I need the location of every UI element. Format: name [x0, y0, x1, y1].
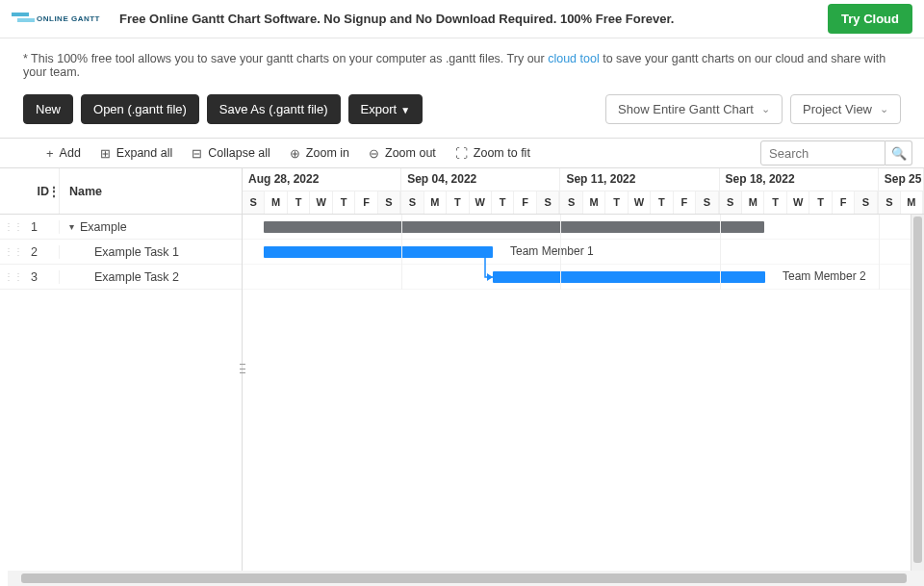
day-header-cell: T — [288, 191, 310, 214]
col-header-name[interactable]: Name — [60, 168, 242, 214]
gantt-row[interactable] — [243, 215, 924, 240]
kebab-icon[interactable]: ⋮ — [47, 184, 61, 199]
week-label: Sep 04, 2022 — [401, 168, 559, 191]
open-button[interactable]: Open (.gantt file) — [81, 94, 199, 124]
day-header-cell: S — [243, 191, 265, 214]
task-row[interactable]: ⋮⋮1▾Example — [0, 215, 242, 240]
gantt-body[interactable]: Team Member 1Team Member 2 — [243, 215, 924, 290]
collapse-all-label: Collapse all — [208, 146, 270, 160]
zoom-out-icon: ⊖ — [369, 146, 379, 161]
day-header-cell: T — [492, 191, 514, 214]
logo[interactable]: ONLINE GANTT — [12, 11, 100, 28]
info-text: * This 100% free tool allows you to save… — [0, 38, 924, 85]
export-label: Export — [361, 102, 398, 116]
scrollbar-thumb[interactable] — [21, 573, 907, 583]
project-view-select[interactable]: Project View⌄ — [790, 94, 901, 124]
try-cloud-button[interactable]: Try Cloud — [828, 4, 912, 34]
row-name[interactable]: ▾Example — [60, 220, 242, 234]
week-column: Sep 11, 2022SMTWTFS — [560, 168, 719, 214]
new-button[interactable]: New — [23, 94, 73, 124]
day-header-cell: M — [265, 191, 287, 214]
task-name-label: Example Task 2 — [94, 270, 179, 284]
collapse-icon: ⊟ — [192, 146, 202, 161]
day-header-cell: F — [833, 191, 855, 214]
day-header-cell: T — [809, 191, 832, 214]
gantt-row[interactable]: Team Member 2 — [243, 265, 924, 290]
task-bar[interactable] — [493, 271, 765, 283]
task-bar[interactable] — [264, 246, 493, 258]
scrollbar-thumb[interactable] — [913, 217, 922, 563]
zoom-in-icon: ⊕ — [290, 146, 300, 161]
day-header-cell: W — [787, 191, 809, 214]
show-entire-gantt-select[interactable]: Show Entire Gantt Chart⌄ — [605, 94, 783, 124]
day-header-cell: S — [720, 191, 742, 214]
task-row[interactable]: ⋮⋮2Example Task 1 — [0, 240, 242, 265]
project-view-label: Project View — [803, 102, 872, 116]
zoom-to-fit-label: Zoom to fit — [474, 146, 530, 160]
row-name[interactable]: Example Task 2 — [60, 270, 242, 284]
day-header-cell: T — [651, 191, 673, 214]
toolbar: +Add ⊞Expand all ⊟Collapse all ⊕Zoom in … — [0, 138, 924, 168]
col-header-id[interactable]: ID ⋮ — [0, 168, 60, 214]
task-row[interactable]: ⋮⋮3Example Task 2 — [0, 265, 242, 290]
task-bar-label: Team Member 1 — [510, 244, 594, 258]
day-header-cell: F — [355, 191, 377, 214]
cloud-tool-link[interactable]: cloud tool — [548, 52, 600, 65]
zoom-to-fit-button[interactable]: ⛶Zoom to fit — [446, 139, 540, 167]
main-split: ID ⋮ Name ⋮⋮1▾Example⋮⋮2Example Task 1⋮⋮… — [0, 168, 924, 586]
day-header-cell: W — [629, 191, 651, 214]
zoom-out-label: Zoom out — [385, 146, 436, 160]
week-column: Sep 18, 2022SMTWTFS — [720, 168, 879, 214]
vertical-scrollbar[interactable]: ▾ — [911, 215, 924, 586]
tree-header: ID ⋮ Name — [0, 168, 242, 215]
zoom-in-button[interactable]: ⊕Zoom in — [280, 139, 359, 167]
day-header-cell: W — [310, 191, 332, 214]
expand-icon: ⊞ — [100, 146, 111, 161]
task-name-label: Example Task 1 — [94, 245, 179, 259]
export-button[interactable]: Export▼ — [348, 94, 423, 124]
day-header-cell: M — [742, 191, 764, 214]
drag-handle-icon[interactable]: ⋮⋮ — [0, 221, 27, 232]
search-button[interactable]: 🔍 — [886, 140, 912, 166]
task-bar-label: Team Member 2 — [783, 269, 866, 283]
day-header-cell: S — [537, 191, 559, 214]
expand-all-button[interactable]: ⊞Expand all — [90, 139, 182, 167]
search-box[interactable] — [760, 140, 886, 166]
search-icon: 🔍 — [891, 146, 907, 161]
add-button[interactable]: +Add — [37, 139, 90, 167]
drag-handle-icon[interactable]: ⋮⋮ — [0, 246, 27, 257]
action-bar: New Open (.gantt file) Save As (.gantt f… — [0, 85, 924, 138]
drag-handle-icon[interactable]: ⋮⋮ — [0, 271, 27, 282]
row-id: 2 — [27, 245, 60, 259]
plus-icon: + — [46, 146, 54, 161]
week-label: Sep 18, 2022 — [720, 168, 878, 191]
page-horizontal-scrollbar[interactable] — [8, 571, 924, 586]
collapse-all-button[interactable]: ⊟Collapse all — [182, 139, 280, 167]
zoom-fit-icon: ⛶ — [455, 146, 468, 161]
search-input[interactable] — [769, 146, 877, 161]
summary-bar[interactable] — [264, 221, 764, 233]
day-header-cell: T — [605, 191, 628, 214]
zoom-out-button[interactable]: ⊖Zoom out — [359, 139, 446, 167]
day-header-cell: F — [514, 191, 536, 214]
expand-all-label: Expand all — [116, 146, 172, 160]
day-header-cell: S — [879, 191, 901, 214]
caret-down-icon[interactable]: ▾ — [69, 221, 74, 232]
row-name[interactable]: Example Task 1 — [60, 245, 242, 259]
info-prefix: * This 100% free tool allows you to save… — [23, 52, 548, 65]
day-header-cell: F — [674, 191, 696, 214]
gantt-timeline-header: Aug 28, 2022SMTWTFSSep 04, 2022SMTWTFSSe… — [243, 168, 924, 215]
day-header-cell: M — [583, 191, 605, 214]
gantt-row[interactable]: Team Member 1 — [243, 240, 924, 265]
day-header-cell: W — [470, 191, 492, 214]
gantt-panel: Aug 28, 2022SMTWTFSSep 04, 2022SMTWTFSSe… — [243, 168, 924, 586]
save-as-button[interactable]: Save As (.gantt file) — [207, 94, 341, 124]
caret-down-icon: ▼ — [400, 105, 410, 115]
zoom-in-label: Zoom in — [306, 146, 349, 160]
task-name-label: Example — [80, 220, 127, 234]
week-label: Sep 11, 2022 — [560, 168, 718, 191]
row-id: 3 — [27, 270, 60, 284]
day-header-cell: S — [401, 191, 424, 214]
header-bar: ONLINE GANTT Free Online Gantt Chart Sof… — [0, 0, 924, 38]
show-entire-label: Show Entire Gantt Chart — [618, 102, 754, 116]
